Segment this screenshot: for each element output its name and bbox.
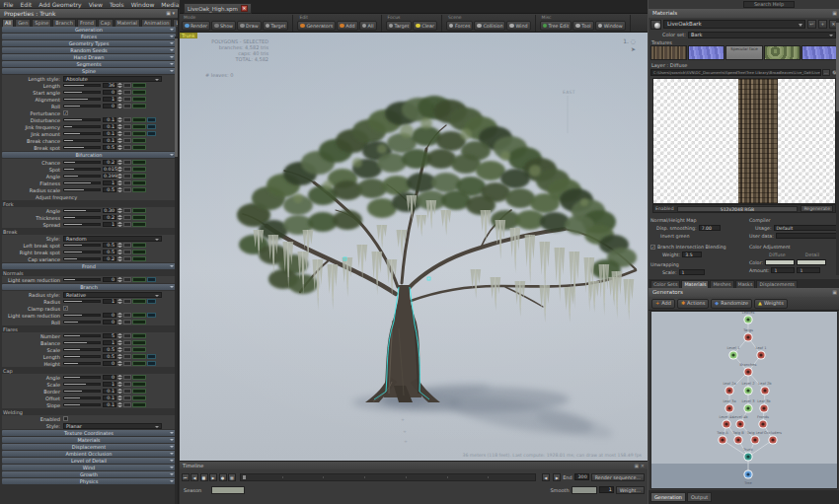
variance-curve-button[interactable] (147, 354, 156, 360)
properties-tab-spine[interactable]: Spine (32, 19, 51, 27)
tool-button[interactable]: Tool (572, 21, 593, 31)
generator-node-leaf-3b[interactable]: Leaf 3b (757, 399, 771, 413)
generator-node-trunk[interactable]: Trunk (742, 448, 754, 462)
generator-node-level-4a[interactable]: Level 4a (719, 415, 733, 429)
option-box[interactable] (123, 90, 131, 96)
property-value-field[interactable]: 0 (103, 375, 116, 381)
option-box[interactable] (123, 243, 131, 249)
light-widget-icon[interactable]: 1. ◌➤ (623, 37, 636, 53)
materials-tab-masks[interactable]: Masks (735, 280, 756, 288)
property-slider[interactable] (63, 161, 101, 164)
stop-button[interactable]: ■ (200, 473, 208, 481)
option-box[interactable] (123, 396, 131, 401)
timeline-panel-icons[interactable]: ▣ ✕ (634, 462, 645, 469)
generator-node-level-4b[interactable]: Level 4b (732, 415, 748, 429)
option-box[interactable] (123, 354, 131, 360)
materials-tab-color-sets[interactable]: Color Sets (650, 280, 680, 288)
properties-scrollbar[interactable] (175, 36, 178, 504)
property-slider[interactable] (63, 403, 101, 406)
generator-node-level-1[interactable]: Level 1 (727, 346, 740, 360)
end-value-field[interactable]: 300 (574, 473, 589, 480)
target-button[interactable]: Target (386, 21, 413, 31)
menu-view[interactable]: View (85, 1, 106, 8)
smooth-box[interactable] (572, 486, 597, 494)
materials-tab-displacements[interactable]: Displacements (756, 280, 797, 288)
property-value-field[interactable]: 1 (103, 382, 116, 388)
target-button[interactable]: Target (263, 21, 289, 31)
materials-tab-materials[interactable]: Materials (681, 280, 709, 288)
generator-node-leaf-2a[interactable]: Leaf 2a (723, 382, 735, 396)
property-value-field[interactable]: 1 (103, 97, 116, 103)
texture-path-field[interactable]: C:\Users\jsosnick\SVN\DC_Documents\Speed… (650, 69, 821, 76)
all-button[interactable]: All (359, 21, 377, 31)
bib-weight-field[interactable]: 3.5 (682, 252, 702, 257)
section-bifurcation[interactable]: Bifurcation (2, 152, 176, 158)
option-box[interactable] (123, 222, 131, 228)
spinner[interactable] (117, 299, 122, 305)
option-box[interactable] (123, 250, 131, 255)
spinner[interactable] (117, 361, 122, 367)
properties-tab-animation[interactable]: Animation (141, 19, 173, 27)
material-add-button[interactable]: + (818, 20, 827, 29)
curve-editor-button[interactable] (132, 145, 146, 151)
property-value-field[interactable]: 1 (103, 222, 116, 228)
curve-editor-button[interactable] (132, 347, 146, 353)
curve-editor-button[interactable] (132, 313, 146, 319)
spinner[interactable] (117, 160, 122, 166)
property-slider[interactable] (63, 383, 101, 386)
property-slider[interactable] (63, 91, 101, 94)
record-button[interactable]: ● (219, 473, 227, 481)
property-dropdown[interactable]: Planar (63, 423, 162, 429)
regenerate-button[interactable]: Regenerate (801, 205, 833, 212)
property-slider[interactable] (63, 321, 101, 324)
option-box[interactable] (123, 215, 131, 221)
property-value-field[interactable]: 36 (103, 83, 116, 89)
add-button[interactable]: Add (337, 21, 357, 31)
spinner[interactable] (117, 333, 122, 339)
option-box[interactable] (123, 104, 131, 109)
variance-curve-button[interactable] (147, 124, 156, 130)
property-dropdown[interactable]: Relative (63, 292, 162, 298)
spinner[interactable] (117, 354, 122, 360)
option-box[interactable] (123, 347, 131, 353)
property-value-field[interactable]: 0.5 (103, 145, 116, 151)
property-slider[interactable] (63, 376, 101, 379)
generator-node-leaf-2b[interactable]: Leaf 2b (758, 382, 772, 396)
texture-thumb-specular[interactable]: Specular face (725, 45, 762, 60)
spinner[interactable] (117, 375, 122, 381)
search-help-field[interactable]: Search Help (743, 1, 795, 8)
property-checkbox[interactable] (63, 416, 68, 421)
spinner[interactable] (117, 382, 122, 388)
curve-editor-button[interactable] (132, 256, 146, 262)
section-random-seeds[interactable]: Random Seeds (2, 47, 176, 53)
spinner[interactable] (117, 83, 122, 89)
spinner[interactable] (117, 104, 122, 109)
play-button[interactable]: ▶ (209, 473, 217, 481)
option-box[interactable] (123, 117, 131, 123)
property-slider[interactable] (63, 118, 101, 121)
property-checkbox[interactable]: ✓ (63, 110, 68, 115)
property-value-field[interactable]: 0.015 (103, 167, 116, 173)
generator-node-twig-leaf[interactable]: Twig Leaf (746, 431, 764, 445)
properties-tab-material[interactable]: Material (114, 19, 140, 27)
option-box[interactable] (123, 402, 131, 408)
spinner[interactable] (117, 243, 122, 249)
property-value-field[interactable]: 0.1 (103, 117, 116, 123)
spinner[interactable] (117, 313, 122, 319)
section-hand-drawn[interactable]: Hand Drawn (2, 54, 176, 60)
option-box[interactable] (123, 389, 131, 395)
usage-select[interactable]: Default (774, 225, 838, 231)
curve-editor-button[interactable] (132, 375, 146, 381)
browse-button[interactable]: ... (822, 69, 830, 76)
option-box[interactable] (123, 256, 131, 262)
properties-tab-frond[interactable]: Frond (77, 19, 97, 27)
generators-pin-icon[interactable]: ▣ (832, 288, 837, 297)
property-value-field[interactable]: 0.5 (103, 243, 116, 249)
section-ambient-occlusion[interactable]: Ambient Occlusion (2, 451, 176, 457)
spinner[interactable] (117, 180, 122, 186)
render-sequence-button[interactable]: Render sequence... (591, 473, 645, 481)
properties-tab-gen[interactable]: Gen (15, 19, 31, 27)
curve-editor-button[interactable] (132, 340, 146, 346)
playhead[interactable] (243, 475, 246, 479)
property-value-field[interactable]: 0.2 (103, 215, 116, 221)
